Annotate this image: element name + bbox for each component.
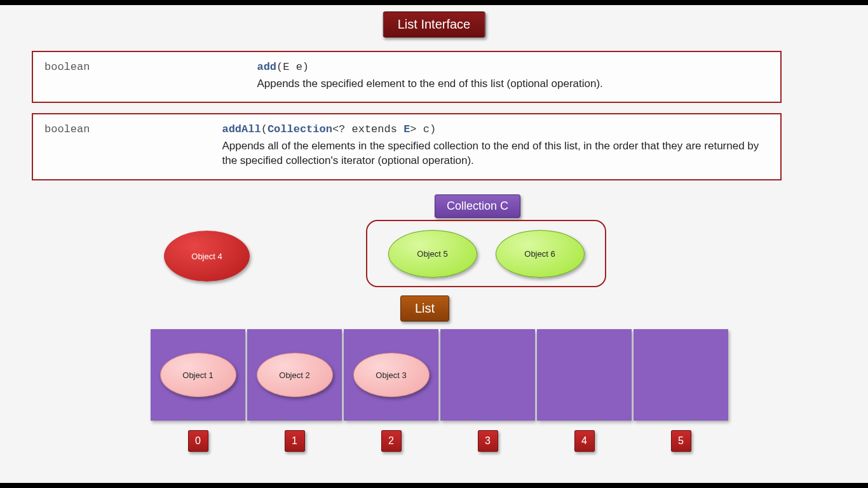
index-5: 5 — [671, 430, 691, 452]
sig-bold-1: addAll — [222, 123, 261, 135]
list-cell-4 — [537, 329, 632, 421]
index-1: 1 — [285, 430, 305, 452]
index-3: 3 — [478, 430, 498, 452]
list-object-0: Object 1 — [160, 353, 236, 397]
index-0: 0 — [188, 430, 208, 452]
collection-label: Collection C — [435, 194, 520, 218]
list-cell-3 — [440, 329, 535, 421]
list-label: List — [400, 295, 449, 322]
method-signature: addAll(Collection<? extends E> c) — [222, 123, 768, 135]
method-right: addAll(Collection<? extends E> c) Append… — [222, 123, 768, 168]
method-description: Appends the specified element to the end… — [257, 77, 765, 92]
collection-item-0: Object 5 — [388, 230, 477, 278]
collection-item-1: Object 6 — [496, 230, 585, 278]
return-type: boolean — [44, 123, 219, 135]
method-right: add(E e) Appends the specified element t… — [257, 61, 765, 92]
list-object-2: Object 3 — [353, 353, 430, 397]
method-box-addall: boolean addAll(Collection<? extends E> c… — [32, 113, 782, 180]
collection-box: Object 5 Object 6 — [366, 220, 606, 287]
method-description: Appends all of the elements in the speci… — [222, 139, 768, 168]
index-row: 0 1 2 3 4 5 — [151, 430, 728, 452]
index-4: 4 — [574, 430, 595, 452]
list-cell-1: Object 2 — [247, 329, 342, 421]
list-object-1: Object 2 — [257, 353, 333, 397]
sig-mid-1: ( — [261, 123, 268, 135]
sig-mid-2: <? extends — [332, 123, 403, 135]
sig-mid-3: > c) — [410, 123, 436, 135]
list-row: Object 1 Object 2 Object 3 — [151, 329, 728, 421]
index-2: 2 — [381, 430, 402, 452]
list-cell-2: Object 3 — [344, 329, 438, 421]
list-cell-0: Object 1 — [151, 329, 245, 421]
return-type: boolean — [44, 61, 254, 73]
method-signature: add(E e) — [257, 61, 765, 73]
title-badge: List Interface — [383, 11, 485, 37]
sig-bold: add — [257, 61, 276, 73]
sig-bold-3: E — [403, 123, 410, 135]
sig-rest: (E e) — [276, 61, 309, 73]
loose-object: Object 4 — [164, 231, 250, 281]
sig-bold-2: Collection — [268, 123, 332, 135]
list-cell-5 — [634, 329, 728, 421]
method-box-add: boolean add(E e) Appends the specified e… — [32, 51, 782, 103]
